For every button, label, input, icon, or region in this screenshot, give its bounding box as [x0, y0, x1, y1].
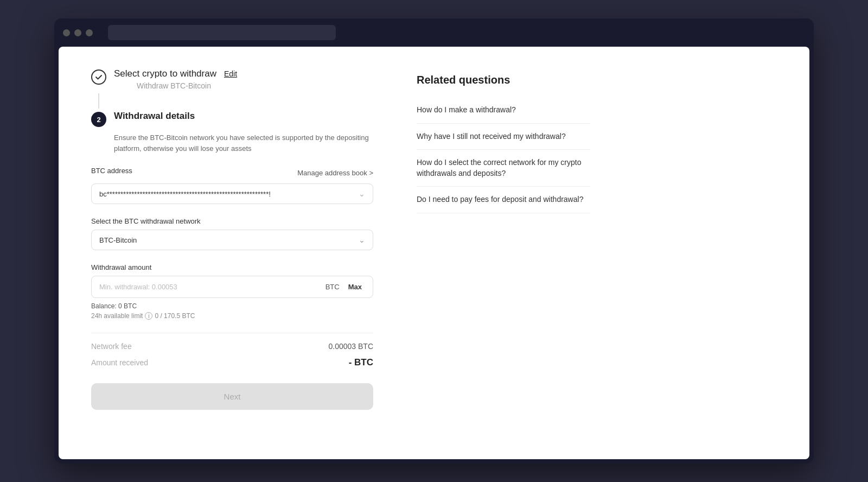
max-button[interactable]: Max — [345, 282, 365, 292]
step2-content: Withdrawal details — [114, 111, 373, 122]
browser-window: Select crypto to withdraw Edit Withdraw … — [54, 18, 814, 464]
step1-subtitle: Withdraw BTC-Bitcoin — [137, 81, 237, 90]
related-questions-title: Related questions — [417, 74, 590, 86]
amount-currency: BTC — [326, 283, 340, 291]
step1-row: Select crypto to withdraw Edit Withdraw … — [91, 68, 373, 90]
related-item-1[interactable]: Why have I still not received my withdra… — [417, 124, 590, 150]
dot-green — [86, 29, 93, 36]
received-value: - BTC — [349, 357, 373, 368]
right-panel: Related questions How do I make a withdr… — [417, 68, 590, 437]
step1-completed-icon — [91, 69, 106, 85]
limit-label: 24h available limit — [91, 312, 143, 320]
info-icon[interactable]: i — [145, 312, 152, 320]
btc-address-input[interactable]: bc**************************************… — [91, 183, 373, 204]
limit-value: 0 / 170.5 BTC — [155, 312, 195, 320]
manage-address-book-link[interactable]: Manage address book > — [297, 169, 373, 177]
browser-toolbar — [54, 18, 814, 47]
input-icons: ⌄ — [359, 189, 365, 198]
dot-red — [63, 29, 70, 36]
amount-actions: BTC Max — [326, 282, 365, 292]
fee-row: Network fee 0.00003 BTC — [91, 342, 373, 351]
address-bar[interactable] — [108, 25, 336, 40]
btc-address-label: BTC address — [91, 167, 132, 175]
step1-title: Select crypto to withdraw — [114, 68, 216, 79]
balance-info: Balance: 0 BTC — [91, 302, 373, 310]
related-item-0[interactable]: How do I make a withdrawal? — [417, 97, 590, 124]
address-row: BTC address Manage address book > — [91, 167, 373, 179]
network-select[interactable]: BTC-Bitcoin ⌄ — [91, 230, 373, 250]
network-fee-label: Network fee — [91, 342, 132, 351]
dot-yellow — [74, 29, 81, 36]
browser-dots — [63, 29, 93, 36]
browser-content: Select crypto to withdraw Edit Withdraw … — [59, 47, 809, 459]
next-button[interactable]: Next — [91, 383, 373, 410]
left-panel: Select crypto to withdraw Edit Withdraw … — [91, 68, 373, 437]
btc-address-value: bc**************************************… — [99, 190, 354, 198]
received-row: Amount received - BTC — [91, 357, 373, 368]
step2-row: 2 Withdrawal details — [91, 111, 373, 127]
network-chevron-icon: ⌄ — [359, 236, 365, 244]
related-item-2[interactable]: How do I select the correct network for … — [417, 150, 590, 187]
limit-info: 24h available limit i 0 / 170.5 BTC — [91, 312, 373, 320]
edit-link[interactable]: Edit — [224, 69, 237, 78]
chevron-down-icon: ⌄ — [359, 189, 365, 198]
network-label: Select the BTC withdrawal network — [91, 217, 373, 225]
form-section: BTC address Manage address book > bc****… — [91, 167, 373, 410]
amount-placeholder: Min. withdrawal: 0.00053 — [99, 283, 326, 291]
network-fee-value: 0.00003 BTC — [329, 342, 374, 351]
divider — [91, 333, 373, 333]
amount-label: Withdrawal amount — [91, 263, 373, 271]
step2-number-circle: 2 — [91, 112, 106, 127]
step2-description: Ensure the BTC-Bitcoin network you have … — [114, 132, 373, 154]
received-label: Amount received — [91, 358, 148, 367]
network-value: BTC-Bitcoin — [99, 236, 137, 244]
step-connector — [98, 93, 99, 109]
step1-content: Select crypto to withdraw Edit Withdraw … — [114, 68, 237, 90]
related-item-3[interactable]: Do I need to pay fees for deposit and wi… — [417, 187, 590, 213]
step1-title-row: Select crypto to withdraw Edit — [114, 68, 237, 79]
main-layout: Select crypto to withdraw Edit Withdraw … — [59, 47, 809, 459]
step2-title: Withdrawal details — [114, 111, 373, 122]
amount-input-container[interactable]: Min. withdrawal: 0.00053 BTC Max — [91, 276, 373, 298]
